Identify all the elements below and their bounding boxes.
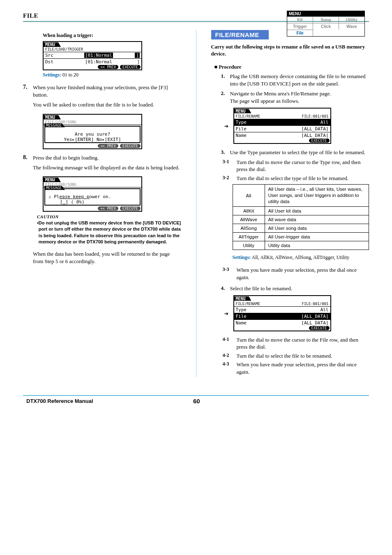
warning-icon: ⚠: [48, 194, 51, 199]
step-3-num: 3.: [221, 149, 230, 156]
prev-button[interactable]: << PREV: [98, 65, 118, 69]
lcd-path-left: FILE/RENAME: [236, 114, 302, 118]
footer-page: 60: [193, 398, 200, 405]
file-value: [ALL_DATA]: [301, 314, 328, 319]
step-4-1-text: Turn the dial to move the cursor to the …: [237, 336, 369, 351]
nav-wave[interactable]: Wave: [339, 23, 364, 30]
name-value: [ALL_DATA]: [301, 320, 328, 326]
step-7-text-a: When you have finished making your selec…: [33, 84, 181, 99]
table-val: All User-trigger data: [265, 233, 369, 241]
pointer-icon: ➔: [224, 121, 229, 130]
step-8-text-a: Press the dial to begin loading.: [33, 154, 181, 162]
table-key: AllWave: [233, 215, 265, 224]
step-7-num: 7.: [23, 84, 33, 111]
step-7-text-b: You will be asked to confirm that the fi…: [33, 101, 181, 109]
step-2-text-a: Navigate to the Menu area's File/Rename …: [230, 90, 369, 97]
column-divider: [196, 30, 196, 377]
dst-label: Dst: [45, 59, 62, 65]
table-row: AllSongAll User song data: [233, 224, 369, 233]
settings-value: All, AllKit, AllWave, AllSong, AllTrigge…: [252, 254, 349, 260]
confirm-line1: Are you sure?: [47, 132, 138, 137]
lcd-path-right: FILE:001/001: [302, 114, 328, 118]
dst-value: [01:Normal: [62, 59, 135, 65]
subhead-load-trigger: When loading a trigger:: [43, 32, 181, 39]
step-8-text-b: The following message will be displayed …: [33, 164, 181, 171]
table-key: AllTrigger: [233, 233, 265, 241]
settings-label: Settings:: [43, 72, 61, 78]
table-row: AllKitAll User kit data: [233, 207, 369, 215]
menu-nav-title: MENU: [287, 11, 364, 16]
step-1-num: 1.: [221, 73, 230, 88]
lcd-load-trigger: MENU FILE/LOAD/TRIGGER Src [01:Normal ] …: [43, 41, 142, 70]
nav-file[interactable]: File: [287, 30, 313, 36]
prev-button[interactable]: << PREV: [98, 206, 118, 210]
prog-text-b: ease keep p: [60, 194, 90, 199]
dst-bracket: ]: [135, 59, 140, 65]
nav-trigger[interactable]: Trigger: [287, 23, 313, 30]
table-val: All User song data: [265, 224, 369, 233]
footer-title: DTX700 Reference Manual: [26, 398, 93, 404]
lcd-tab: MENU: [44, 115, 61, 120]
lcd-tab: MENU: [234, 296, 251, 301]
lcd-confirm: MENU FILE/LOAD/SONG MESSAGE Are you sure…: [43, 114, 142, 149]
table-val: All User data – i.e., all User kits, Use…: [265, 185, 369, 207]
step-4-num: 4.: [221, 285, 230, 292]
settings-block: Settings: All, AllKit, AllWave, AllSong,…: [233, 254, 369, 261]
settings-label: Settings:: [233, 254, 251, 260]
table-val: Utility data: [265, 241, 369, 250]
nav-utility[interactable]: Utility: [339, 16, 364, 23]
pointer-icon: ➔: [224, 309, 229, 317]
confirm-line2: Yes▸[ENTER] No▸[EXIT]: [47, 137, 138, 142]
execute-button[interactable]: EXECUTE: [309, 326, 330, 330]
lcd-path-right: FILE:001/001: [302, 302, 328, 306]
execute-button[interactable]: EXECUTE: [120, 144, 141, 148]
type-value: All: [321, 120, 329, 125]
step-3-2-text: Turn the dial to select the type of file…: [237, 175, 369, 182]
name-label: Name: [236, 133, 253, 138]
file-value: [ALL_DATA]: [301, 126, 328, 132]
src-label: Src: [45, 53, 62, 58]
table-row: UtilityUtility data: [233, 241, 369, 250]
prog-bar-c: ] ( 0%): [65, 199, 84, 205]
name-label: Name: [236, 320, 253, 326]
step-3-2-num: 3-2: [223, 175, 237, 182]
table-val: All User kit data: [265, 207, 369, 215]
type-table: AllAll User data – i.e., all User kits, …: [233, 184, 369, 250]
table-key: All: [233, 185, 265, 207]
lcd-rename-type: ➔ MENU FILE/RENAME FILE:001/001 Type All…: [233, 108, 331, 144]
table-key: AllSong: [233, 224, 265, 233]
execute-button[interactable]: EXECUTE: [120, 206, 141, 210]
after-load-text: When the data has been loaded, you will …: [33, 250, 181, 265]
message-tab: MESSAGE: [44, 123, 65, 127]
step-4-3-num: 4-3: [223, 361, 237, 375]
prev-button[interactable]: << PREV: [98, 144, 118, 148]
type-label: Type: [236, 307, 253, 312]
prog-text-c: ower on.: [89, 194, 111, 199]
execute-button[interactable]: EXECUTE: [120, 65, 141, 69]
nav-click[interactable]: Click: [313, 23, 339, 30]
table-key: Utility: [233, 241, 265, 250]
nav-song[interactable]: Song: [313, 16, 339, 23]
step-4-2-text: Turn the dial to select the file to be r…: [237, 352, 369, 360]
step-2-num: 2.: [221, 90, 230, 105]
section-description: Carry out the following steps to rename …: [211, 44, 369, 58]
step-3-3-num: 3-3: [223, 266, 237, 281]
step-1-text: Plug the USB memory device containing th…: [230, 73, 369, 88]
step-8-num: 8.: [23, 154, 33, 174]
caution-body: Do not unplug the USB memory device from…: [39, 220, 181, 245]
table-row: AllAll User data – i.e., all User kits, …: [233, 185, 369, 207]
lcd-tab: MENU: [234, 109, 251, 113]
step-3-1-num: 3-1: [223, 159, 237, 173]
execute-button[interactable]: EXECUTE: [309, 139, 330, 143]
settings-line-1: Settings: 01 to 20: [43, 72, 181, 78]
menu-nav-box: MENU Kit Song Utility Trigger Click Wave…: [287, 11, 365, 37]
lcd-path-left: FILE/RENAME: [236, 302, 302, 306]
nav-kit[interactable]: Kit: [287, 16, 313, 23]
step-3-3-text: When you have made your selection, press…: [237, 266, 369, 281]
src-value: [01:Normal: [84, 53, 113, 58]
file-label: File: [236, 126, 253, 132]
settings-value: 01 to 20: [62, 72, 78, 78]
message-tab: MESSAGE: [44, 186, 65, 190]
lcd-rename-file: ➔ MENU FILE/RENAME FILE:001/001 Type All…: [233, 295, 331, 331]
type-label: Type: [236, 120, 253, 125]
